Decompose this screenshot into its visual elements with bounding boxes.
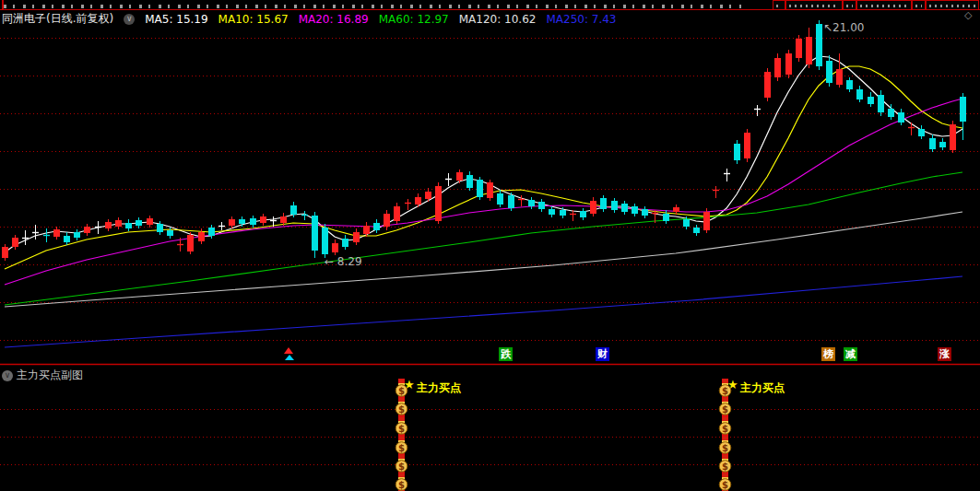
diamond-icon[interactable]: ◇ (964, 10, 972, 20)
candle-body (796, 39, 802, 58)
candle-body (125, 223, 132, 228)
candle-body (774, 58, 781, 77)
strip-badge[interactable]: 减 (844, 347, 857, 361)
candle-body (115, 220, 122, 227)
candle-body (280, 216, 287, 223)
candle-body (826, 61, 832, 83)
candle-body (208, 228, 215, 236)
candle-body (693, 228, 700, 233)
svg-text:$: $ (398, 462, 405, 472)
candle-body (105, 222, 112, 228)
ma-line-ma60 (5, 172, 962, 305)
svg-text:$: $ (722, 424, 728, 434)
price-annotation: ↖21.00 (823, 21, 864, 34)
candle-body (363, 226, 370, 234)
candle-body (12, 238, 18, 247)
candle-body (456, 172, 463, 181)
candle-body (856, 89, 863, 99)
money-bag-icon: $ (395, 398, 408, 415)
candle-body (939, 142, 946, 147)
candle-body (332, 243, 338, 252)
candle-body (734, 144, 740, 160)
strip-badge[interactable]: 财 (596, 347, 609, 361)
money-bag-icon: $ (395, 437, 408, 454)
svg-text:$: $ (398, 480, 405, 490)
money-bag-icon: $ (718, 380, 732, 397)
ma-line-ma120 (5, 212, 962, 307)
candle-body (290, 205, 297, 215)
candle-body (394, 206, 400, 221)
candle-body (353, 232, 360, 242)
candle-body (868, 97, 874, 104)
candle-body (53, 229, 60, 237)
candle-body (950, 124, 956, 150)
candle-body (898, 112, 904, 123)
candle-body (929, 138, 936, 149)
svg-text:$: $ (398, 404, 405, 415)
svg-text:$: $ (722, 480, 728, 490)
candlestick-chart[interactable] (0, 0, 980, 491)
candle-body (642, 209, 648, 216)
candle-body (960, 97, 966, 122)
chevron-down-icon[interactable]: ∨ (2, 370, 13, 381)
candle-body (663, 214, 669, 221)
candle-body (560, 210, 566, 216)
app-window: 同洲电子(日线.前复权) ∨ MA5: 15.19MA10: 15.67MA20… (0, 0, 980, 491)
candle-body (764, 72, 771, 98)
buy-signal-label: 主力买点 (740, 380, 785, 396)
svg-text:$: $ (722, 443, 728, 453)
candle-body (538, 202, 545, 209)
money-bag-icon: $ (395, 473, 408, 491)
candle-body (157, 224, 163, 232)
strip-badge[interactable]: 涨 (938, 347, 951, 361)
candle-body (683, 219, 690, 227)
candle-body (415, 197, 421, 205)
candle-body (322, 228, 328, 254)
svg-text:$: $ (722, 386, 728, 396)
svg-text:$: $ (722, 462, 728, 472)
candle-body (918, 129, 925, 136)
candle-body (312, 216, 318, 251)
subchart-title: 主力买点副图 (17, 368, 83, 383)
candle-body (425, 192, 431, 199)
ma-line-ma250 (5, 276, 962, 347)
candle-body (806, 37, 812, 64)
ma-line-ma10 (5, 66, 962, 269)
price-annotation: ← 8.29 (325, 255, 362, 268)
money-bag-icon: $ (395, 417, 408, 435)
ma-line-ma20 (5, 99, 962, 285)
candle-body (744, 133, 750, 158)
candle-body (703, 212, 710, 230)
candle-body (384, 214, 390, 227)
subchart-header: ∨ 主力买点副图 (2, 368, 83, 383)
candle-body (198, 232, 205, 241)
svg-text:$: $ (722, 404, 728, 415)
candle-body (250, 218, 256, 225)
money-bag-icon: $ (718, 398, 732, 415)
svg-text:$: $ (398, 386, 405, 396)
candle-body (580, 211, 586, 217)
candle-body (816, 24, 822, 66)
candle-body (600, 198, 607, 209)
candle-body (673, 207, 679, 212)
buy-signal-label: 主力买点 (417, 380, 461, 396)
strip-badge[interactable]: 榜 (821, 347, 835, 361)
candle-body (497, 193, 503, 205)
candle-body (508, 195, 514, 208)
candle-body (2, 247, 8, 258)
candle-body (549, 209, 555, 215)
strip-badge[interactable]: 跌 (499, 347, 513, 361)
candle-body (435, 186, 442, 221)
money-bag-icon: $ (718, 437, 732, 454)
money-bag-icon: $ (718, 455, 732, 473)
money-bag-icon: $ (718, 417, 732, 435)
candle-body (147, 218, 153, 225)
candle-body (373, 223, 380, 230)
candle-body (239, 219, 245, 224)
candle-body (528, 200, 535, 206)
candle-body (632, 206, 638, 214)
candle-body (64, 236, 70, 242)
candle-body (136, 220, 142, 226)
candle-body (785, 53, 792, 75)
candle-body (342, 239, 348, 247)
